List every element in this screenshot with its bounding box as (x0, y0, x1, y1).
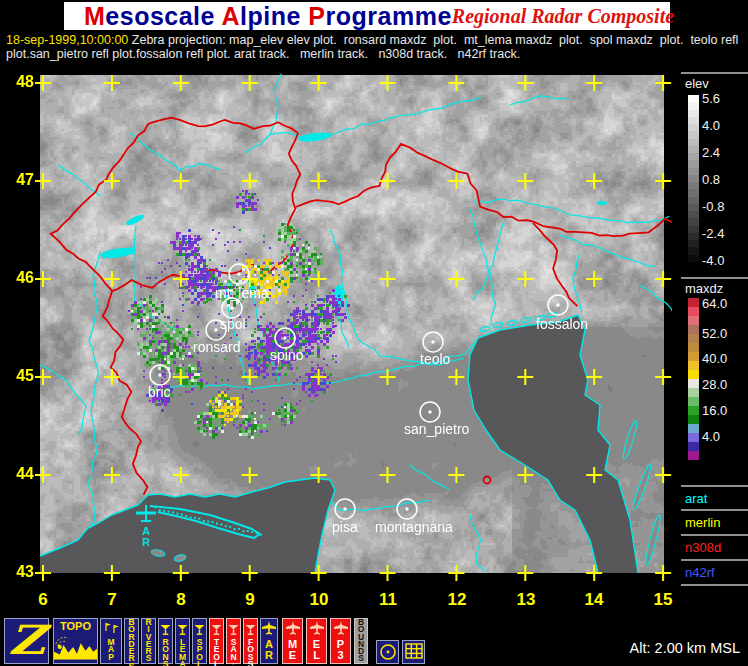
elev-tick: 4.0 (702, 118, 720, 133)
elev-colorbar-segment (688, 182, 699, 189)
title-bar: Mesoscale Alpine Programme Regional Rada… (64, 2, 670, 30)
elev-colorbar-segment (688, 255, 699, 262)
toolbar-button-marker[interactable] (376, 640, 399, 664)
button-label: MAP (107, 639, 114, 661)
elev-scale-title: elev (685, 76, 709, 91)
lon-label-11: 11 (371, 590, 405, 610)
lat-label-46: 46 (8, 269, 34, 287)
button-label: SAN·P (230, 639, 236, 666)
elev-colorbar-segment (688, 247, 699, 254)
radar-dish-icon (194, 624, 205, 635)
maxdz-tick: 40.0 (702, 351, 727, 366)
airplane-icon (334, 621, 348, 635)
maxdz-tick: 16.0 (702, 403, 727, 418)
plane-wrap (310, 621, 324, 639)
lat-label-44: 44 (8, 465, 34, 483)
toolbar-button-rons[interactable]: RONS (158, 618, 173, 664)
lon-label-7: 7 (95, 590, 129, 610)
toolbar-button-grid[interactable] (402, 640, 425, 664)
maxdz-colorbar-segment (688, 424, 699, 433)
plot-list-1: Zebra projection: map_elev elev plot. ro… (128, 33, 738, 47)
lat-label-48: 48 (8, 73, 34, 91)
button-label: BORDERS (128, 619, 135, 666)
button-label: RIVERS (145, 619, 151, 663)
radar-dish-icon (211, 624, 222, 635)
toolbar-button-borders[interactable]: BORDERS (124, 618, 139, 664)
toolbar-button-bounds[interactable]: BOUNDS (354, 618, 368, 664)
track-legend-n42rf: n42rf (685, 565, 715, 580)
elev-colorbar-segment (688, 146, 699, 153)
lat-label-43: 43 (8, 563, 34, 581)
button-label: BOUNDS (358, 619, 365, 663)
toolbar-button-me[interactable]: ME (282, 618, 303, 664)
zebra-logo: Z (8, 619, 45, 661)
lon-label-9: 9 (233, 590, 267, 610)
maxdz-colorbar-segment (688, 397, 699, 406)
maxdz-tick: 64.0 (702, 296, 727, 311)
status-line-1: 18-sep-1999,10:00:00 Zebra projection: m… (6, 33, 738, 47)
maxdz-colorbar-segment (688, 433, 699, 442)
lon-label-6: 6 (26, 590, 60, 610)
topo-mountains-icon (54, 632, 97, 660)
elev-tick: 2.4 (702, 145, 720, 160)
radar-dish-icon (160, 624, 171, 635)
toolbar-button-rivers[interactable]: RIVERS (141, 618, 156, 664)
elev-colorbar-segment (688, 160, 699, 167)
legend-sidebar: elev 5.64.02.40.8-0.8-2.4-4.0 maxdz 64.0… (681, 0, 748, 666)
button-label: AR (265, 639, 273, 660)
elev-colorbar-segment (688, 117, 699, 124)
altitude-readout: Alt: 2.00 km MSL (630, 640, 740, 656)
airplane-icon (286, 621, 300, 635)
track-legend-n308d: n308d (685, 540, 721, 555)
lon-label-12: 12 (440, 590, 474, 610)
elev-colorbar-segment (688, 204, 699, 211)
track-legend-merlin: merlin (685, 515, 720, 530)
toolbar-button-sanp[interactable]: SAN·P (226, 618, 241, 664)
lat-label-45: 45 (8, 367, 34, 385)
button-label: ME (288, 639, 297, 660)
toolbar-button-spol[interactable]: SPOL (192, 618, 207, 664)
circle-wrap (379, 643, 397, 665)
toolbar-button-p3[interactable]: P3 (330, 618, 351, 664)
button-label: P3 (337, 639, 344, 660)
maxdz-scale-title: maxdz (685, 281, 723, 296)
elev-tick: 0.8 (702, 172, 720, 187)
divider (681, 485, 748, 487)
radar-dish-icon (228, 624, 239, 635)
maxdz-colorbar-segment (688, 415, 699, 424)
toolbar-button-zebra[interactable]: Z (4, 618, 49, 664)
divider (681, 72, 748, 74)
lon-label-10: 10 (302, 590, 336, 610)
toolbar-button-map[interactable]: MAP (100, 618, 122, 664)
radar-map-canvas[interactable] (32, 67, 672, 583)
elev-colorbar-segment (688, 168, 699, 175)
elev-colorbar-segment (688, 240, 699, 247)
button-label: TOPO (60, 620, 91, 632)
lat-label-47: 47 (8, 171, 34, 189)
maxdz-colorbar-segment (688, 406, 699, 415)
divider (681, 509, 748, 511)
radar-dish-icon (245, 624, 256, 635)
divider (681, 534, 748, 536)
lon-label-8: 8 (164, 590, 198, 610)
elev-colorbar-segment (688, 226, 699, 233)
toolbar-button-teolo[interactable]: TEOLO (209, 618, 224, 664)
status-line-2: plot.san_pietro refl plot.fossalon refl … (6, 47, 520, 61)
elev-tick: 5.6 (702, 91, 720, 106)
divider (681, 277, 748, 279)
maxdz-colorbar-segment (688, 307, 699, 316)
grid-icon (405, 643, 423, 659)
title-initial: A (222, 2, 241, 30)
plane-wrap (334, 621, 348, 639)
maxdz-tick: 52.0 (702, 326, 727, 341)
toolbar-button-foss[interactable]: FOSS. (243, 618, 258, 664)
toolbar-button-el[interactable]: EL (306, 618, 327, 664)
toolbar-button-lema[interactable]: LEMA (175, 618, 190, 664)
toolbar-button-ar[interactable]: AR (260, 618, 278, 664)
airplane-icon (310, 621, 324, 635)
station-marker-icon (379, 643, 397, 661)
elev-colorbar-segment (688, 175, 699, 182)
elev-colorbar-segment (688, 139, 699, 146)
toolbar-button-topo[interactable]: TOPO (53, 618, 98, 664)
elev-colorbar-segment (688, 102, 699, 109)
